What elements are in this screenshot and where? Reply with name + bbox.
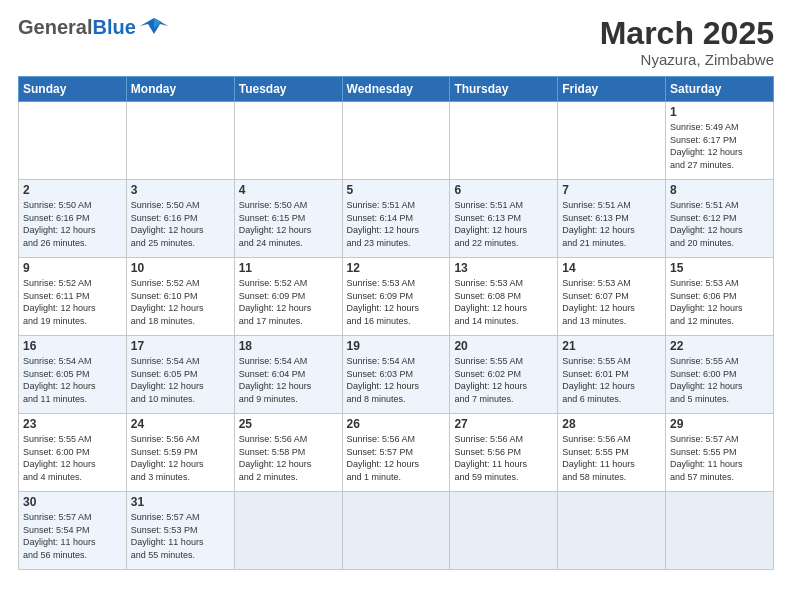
calendar-cell-4-4: 27Sunrise: 5:56 AM Sunset: 5:56 PM Dayli…: [450, 414, 558, 492]
day-number: 7: [562, 183, 661, 197]
day-info: Sunrise: 5:57 AM Sunset: 5:54 PM Dayligh…: [23, 511, 122, 561]
header-tuesday: Tuesday: [234, 77, 342, 102]
calendar-cell-4-1: 24Sunrise: 5:56 AM Sunset: 5:59 PM Dayli…: [126, 414, 234, 492]
week-row-0: 1Sunrise: 5:49 AM Sunset: 6:17 PM Daylig…: [19, 102, 774, 180]
calendar-title: March 2025: [600, 16, 774, 51]
day-number: 16: [23, 339, 122, 353]
day-number: 29: [670, 417, 769, 431]
calendar-cell-2-2: 11Sunrise: 5:52 AM Sunset: 6:09 PM Dayli…: [234, 258, 342, 336]
header-sunday: Sunday: [19, 77, 127, 102]
day-number: 6: [454, 183, 553, 197]
day-number: 30: [23, 495, 122, 509]
calendar-cell-1-0: 2Sunrise: 5:50 AM Sunset: 6:16 PM Daylig…: [19, 180, 127, 258]
day-info: Sunrise: 5:50 AM Sunset: 6:16 PM Dayligh…: [23, 199, 122, 249]
calendar-cell-5-1: 31Sunrise: 5:57 AM Sunset: 5:53 PM Dayli…: [126, 492, 234, 570]
day-number: 10: [131, 261, 230, 275]
day-info: Sunrise: 5:50 AM Sunset: 6:16 PM Dayligh…: [131, 199, 230, 249]
day-number: 8: [670, 183, 769, 197]
day-info: Sunrise: 5:56 AM Sunset: 5:59 PM Dayligh…: [131, 433, 230, 483]
calendar-cell-1-1: 3Sunrise: 5:50 AM Sunset: 6:16 PM Daylig…: [126, 180, 234, 258]
day-info: Sunrise: 5:55 AM Sunset: 6:02 PM Dayligh…: [454, 355, 553, 405]
day-number: 31: [131, 495, 230, 509]
header-thursday: Thursday: [450, 77, 558, 102]
calendar-cell-4-6: 29Sunrise: 5:57 AM Sunset: 5:55 PM Dayli…: [666, 414, 774, 492]
calendar-cell-5-3: [342, 492, 450, 570]
day-info: Sunrise: 5:56 AM Sunset: 5:57 PM Dayligh…: [347, 433, 446, 483]
day-number: 5: [347, 183, 446, 197]
day-info: Sunrise: 5:55 AM Sunset: 6:01 PM Dayligh…: [562, 355, 661, 405]
calendar-cell-5-2: [234, 492, 342, 570]
day-info: Sunrise: 5:54 AM Sunset: 6:03 PM Dayligh…: [347, 355, 446, 405]
day-number: 22: [670, 339, 769, 353]
calendar-cell-5-6: [666, 492, 774, 570]
calendar-cell-1-4: 6Sunrise: 5:51 AM Sunset: 6:13 PM Daylig…: [450, 180, 558, 258]
day-info: Sunrise: 5:49 AM Sunset: 6:17 PM Dayligh…: [670, 121, 769, 171]
calendar-cell-5-5: [558, 492, 666, 570]
calendar-cell-1-2: 4Sunrise: 5:50 AM Sunset: 6:15 PM Daylig…: [234, 180, 342, 258]
calendar-cell-0-5: [558, 102, 666, 180]
calendar-cell-1-5: 7Sunrise: 5:51 AM Sunset: 6:13 PM Daylig…: [558, 180, 666, 258]
day-number: 12: [347, 261, 446, 275]
day-number: 23: [23, 417, 122, 431]
day-number: 17: [131, 339, 230, 353]
day-number: 1: [670, 105, 769, 119]
day-info: Sunrise: 5:57 AM Sunset: 5:53 PM Dayligh…: [131, 511, 230, 561]
day-number: 27: [454, 417, 553, 431]
calendar-cell-3-2: 18Sunrise: 5:54 AM Sunset: 6:04 PM Dayli…: [234, 336, 342, 414]
day-info: Sunrise: 5:54 AM Sunset: 6:05 PM Dayligh…: [23, 355, 122, 405]
day-number: 19: [347, 339, 446, 353]
calendar-cell-0-0: [19, 102, 127, 180]
title-block: March 2025 Nyazura, Zimbabwe: [600, 16, 774, 68]
calendar-cell-1-3: 5Sunrise: 5:51 AM Sunset: 6:14 PM Daylig…: [342, 180, 450, 258]
day-number: 15: [670, 261, 769, 275]
day-info: Sunrise: 5:55 AM Sunset: 6:00 PM Dayligh…: [23, 433, 122, 483]
day-info: Sunrise: 5:50 AM Sunset: 6:15 PM Dayligh…: [239, 199, 338, 249]
calendar-cell-3-0: 16Sunrise: 5:54 AM Sunset: 6:05 PM Dayli…: [19, 336, 127, 414]
day-info: Sunrise: 5:57 AM Sunset: 5:55 PM Dayligh…: [670, 433, 769, 483]
day-info: Sunrise: 5:53 AM Sunset: 6:06 PM Dayligh…: [670, 277, 769, 327]
logo-blue-text: Blue: [92, 17, 135, 37]
day-number: 18: [239, 339, 338, 353]
day-info: Sunrise: 5:53 AM Sunset: 6:07 PM Dayligh…: [562, 277, 661, 327]
calendar-cell-3-4: 20Sunrise: 5:55 AM Sunset: 6:02 PM Dayli…: [450, 336, 558, 414]
calendar-cell-4-5: 28Sunrise: 5:56 AM Sunset: 5:55 PM Dayli…: [558, 414, 666, 492]
day-number: 2: [23, 183, 122, 197]
day-info: Sunrise: 5:51 AM Sunset: 6:13 PM Dayligh…: [562, 199, 661, 249]
day-info: Sunrise: 5:56 AM Sunset: 5:55 PM Dayligh…: [562, 433, 661, 483]
day-info: Sunrise: 5:54 AM Sunset: 6:04 PM Dayligh…: [239, 355, 338, 405]
day-info: Sunrise: 5:53 AM Sunset: 6:09 PM Dayligh…: [347, 277, 446, 327]
day-number: 9: [23, 261, 122, 275]
calendar-cell-2-6: 15Sunrise: 5:53 AM Sunset: 6:06 PM Dayli…: [666, 258, 774, 336]
day-info: Sunrise: 5:52 AM Sunset: 6:11 PM Dayligh…: [23, 277, 122, 327]
day-number: 25: [239, 417, 338, 431]
day-info: Sunrise: 5:56 AM Sunset: 5:58 PM Dayligh…: [239, 433, 338, 483]
week-row-4: 23Sunrise: 5:55 AM Sunset: 6:00 PM Dayli…: [19, 414, 774, 492]
day-number: 24: [131, 417, 230, 431]
day-number: 21: [562, 339, 661, 353]
week-row-1: 2Sunrise: 5:50 AM Sunset: 6:16 PM Daylig…: [19, 180, 774, 258]
day-info: Sunrise: 5:52 AM Sunset: 6:09 PM Dayligh…: [239, 277, 338, 327]
weekday-header-row: Sunday Monday Tuesday Wednesday Thursday…: [19, 77, 774, 102]
page: General Blue March 2025 Nyazura, Zimbabw…: [0, 0, 792, 612]
week-row-2: 9Sunrise: 5:52 AM Sunset: 6:11 PM Daylig…: [19, 258, 774, 336]
calendar-cell-3-6: 22Sunrise: 5:55 AM Sunset: 6:00 PM Dayli…: [666, 336, 774, 414]
calendar-cell-2-3: 12Sunrise: 5:53 AM Sunset: 6:09 PM Dayli…: [342, 258, 450, 336]
calendar-cell-3-1: 17Sunrise: 5:54 AM Sunset: 6:05 PM Dayli…: [126, 336, 234, 414]
header: General Blue March 2025 Nyazura, Zimbabw…: [18, 16, 774, 68]
calendar-cell-4-3: 26Sunrise: 5:56 AM Sunset: 5:57 PM Dayli…: [342, 414, 450, 492]
calendar-cell-4-2: 25Sunrise: 5:56 AM Sunset: 5:58 PM Dayli…: [234, 414, 342, 492]
day-number: 26: [347, 417, 446, 431]
header-wednesday: Wednesday: [342, 77, 450, 102]
day-number: 13: [454, 261, 553, 275]
day-number: 14: [562, 261, 661, 275]
header-saturday: Saturday: [666, 77, 774, 102]
day-number: 4: [239, 183, 338, 197]
calendar-cell-3-3: 19Sunrise: 5:54 AM Sunset: 6:03 PM Dayli…: [342, 336, 450, 414]
calendar-cell-2-4: 13Sunrise: 5:53 AM Sunset: 6:08 PM Dayli…: [450, 258, 558, 336]
calendar-cell-3-5: 21Sunrise: 5:55 AM Sunset: 6:01 PM Dayli…: [558, 336, 666, 414]
day-info: Sunrise: 5:53 AM Sunset: 6:08 PM Dayligh…: [454, 277, 553, 327]
day-info: Sunrise: 5:54 AM Sunset: 6:05 PM Dayligh…: [131, 355, 230, 405]
logo-bird-icon: [140, 16, 168, 38]
header-friday: Friday: [558, 77, 666, 102]
calendar-cell-2-5: 14Sunrise: 5:53 AM Sunset: 6:07 PM Dayli…: [558, 258, 666, 336]
